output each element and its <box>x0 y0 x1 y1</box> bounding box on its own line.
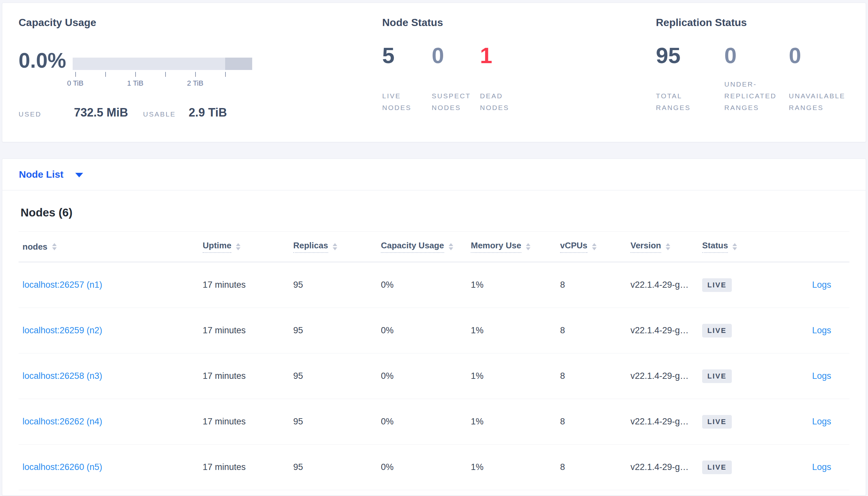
version-cell: v22.1.4-29-g… <box>630 462 702 472</box>
axis-tick <box>195 72 196 77</box>
node-list-dropdown-label: Node List <box>19 169 63 180</box>
uptime-cell: 17 minutes <box>203 280 293 290</box>
logs-cell: Logs <box>774 462 831 472</box>
version-cell: v22.1.4-29-g… <box>630 417 702 427</box>
table-row: localhost:26258 (n3) 17 minutes 95 0% 1%… <box>18 354 850 399</box>
node-link[interactable]: localhost:26258 (n3) <box>23 371 102 381</box>
memory-use-cell: 1% <box>471 325 560 336</box>
status-badge: LIVE <box>702 415 732 429</box>
memory-use-cell: 1% <box>471 280 560 290</box>
node-link[interactable]: localhost:26257 (n1) <box>23 280 102 290</box>
total-ranges-value: 95 <box>656 44 724 67</box>
axis-tick <box>75 72 76 77</box>
column-header[interactable]: Status <box>702 241 774 253</box>
status-badge: LIVE <box>702 369 732 383</box>
node-link[interactable]: localhost:26259 (n2) <box>23 325 102 335</box>
capacity-usage-cell: 0% <box>381 417 471 427</box>
logs-link[interactable]: Logs <box>812 462 831 472</box>
live-nodes-value: 5 <box>382 44 432 67</box>
unavailable-ranges-stat: 0 UNAVAILABLE RANGES <box>789 44 864 113</box>
logs-cell: Logs <box>774 417 831 427</box>
under-replicated-ranges-stat: 0 UNDER-REPLICATED RANGES <box>724 44 789 113</box>
capacity-percent-value: 0.0% <box>18 49 73 72</box>
column-header-label: Replicas <box>293 241 328 253</box>
replicas-cell: 95 <box>293 371 381 381</box>
column-header[interactable]: vCPUs <box>560 241 630 253</box>
uptime-cell: 17 minutes <box>203 462 293 472</box>
column-header-label: vCPUs <box>560 241 587 253</box>
status-badge: LIVE <box>702 461 732 474</box>
status-cell: LIVE <box>702 461 774 474</box>
column-header[interactable]: Replicas <box>293 241 381 253</box>
used-label: USED <box>18 108 74 120</box>
column-header[interactable]: Version <box>630 241 702 253</box>
suspect-nodes-value: 0 <box>432 44 480 67</box>
logs-link[interactable]: Logs <box>812 371 831 381</box>
memory-use-cell: 1% <box>471 417 560 427</box>
suspect-nodes-label: SUSPECT NODES <box>432 90 474 113</box>
status-cell: LIVE <box>702 278 774 292</box>
column-header[interactable]: nodes <box>23 242 203 252</box>
vcpus-cell: 8 <box>560 417 630 427</box>
capacity-usage-cell: 0% <box>381 280 471 290</box>
usable-label: USABLE <box>143 108 189 120</box>
node-link[interactable]: localhost:26262 (n4) <box>23 417 102 427</box>
under-replicated-ranges-value: 0 <box>724 44 789 67</box>
sort-arrows-icon <box>592 243 597 250</box>
axis-tick <box>105 72 106 77</box>
logs-link[interactable]: Logs <box>812 325 831 335</box>
column-header[interactable]: Capacity Usage <box>381 241 471 253</box>
table-row: localhost:26257 (n1) 17 minutes 95 0% 1%… <box>18 262 850 308</box>
unavailable-ranges-label: UNAVAILABLE RANGES <box>789 90 860 113</box>
axis-tick <box>225 72 226 77</box>
node-cell: localhost:26260 (n5) <box>23 462 203 472</box>
node-cell: localhost:26257 (n1) <box>23 280 203 290</box>
nodes-table-panel: Nodes (6) nodes Uptime Replicas Capacity… <box>2 190 866 496</box>
vcpus-cell: 8 <box>560 280 630 290</box>
node-link[interactable]: localhost:26260 (n5) <box>23 462 102 472</box>
node-cell: localhost:26262 (n4) <box>23 417 203 427</box>
status-badge: LIVE <box>702 278 732 292</box>
status-cell: LIVE <box>702 324 774 338</box>
chevron-down-icon <box>75 173 83 177</box>
vcpus-cell: 8 <box>560 325 630 336</box>
unavailable-ranges-value: 0 <box>789 44 864 67</box>
under-replicated-ranges-label: UNDER-REPLICATED RANGES <box>724 78 789 113</box>
capacity-usage-cell: 0% <box>381 371 471 381</box>
dead-nodes-value: 1 <box>480 44 545 67</box>
axis-tick-label: 0 TiB <box>67 79 84 88</box>
node-cell: localhost:26259 (n2) <box>23 325 203 336</box>
total-ranges-stat: 95 TOTAL RANGES <box>656 44 724 113</box>
replication-status-section: Replication Status 95 TOTAL RANGES 0 UND… <box>656 16 864 113</box>
column-header-label: nodes <box>23 242 48 252</box>
node-status-section: Node Status 5 LIVE NODES 0 SUSPECT NODES… <box>382 16 630 113</box>
memory-use-cell: 1% <box>471 462 560 472</box>
axis-tick <box>135 72 136 77</box>
axis-tick-label: 1 TiB <box>127 79 144 88</box>
column-header[interactable]: Memory Use <box>471 241 560 253</box>
column-header-label: Memory Use <box>471 241 521 253</box>
logs-link[interactable]: Logs <box>812 417 831 427</box>
logs-link[interactable]: Logs <box>812 280 831 290</box>
sort-arrows-icon <box>333 243 337 250</box>
column-header[interactable]: Uptime <box>203 241 293 253</box>
logs-cell: Logs <box>774 325 831 336</box>
node-status-title: Node Status <box>382 16 630 29</box>
column-header-label: Status <box>702 241 728 253</box>
uptime-cell: 17 minutes <box>203 371 293 381</box>
vcpus-cell: 8 <box>560 371 630 381</box>
replicas-cell: 95 <box>293 462 381 472</box>
used-value: 732.5 MiB <box>74 106 143 120</box>
table-row: localhost:26260 (n5) 17 minutes 95 0% 1%… <box>18 445 850 490</box>
replicas-cell: 95 <box>293 417 381 427</box>
column-header-label: Capacity Usage <box>381 241 444 253</box>
capacity-bar-reserved-segment <box>225 58 252 70</box>
total-ranges-label: TOTAL RANGES <box>656 90 711 113</box>
node-list-dropdown[interactable]: Node List <box>2 158 866 190</box>
column-header-label: Uptime <box>203 241 231 253</box>
vcpus-cell: 8 <box>560 462 630 472</box>
sort-arrows-icon <box>666 243 670 250</box>
replicas-cell: 95 <box>293 280 381 290</box>
status-badge: LIVE <box>702 324 732 338</box>
summary-card: Capacity Usage 0.0% 0 TiB 1 TiB 2 TiB US… <box>2 3 866 142</box>
